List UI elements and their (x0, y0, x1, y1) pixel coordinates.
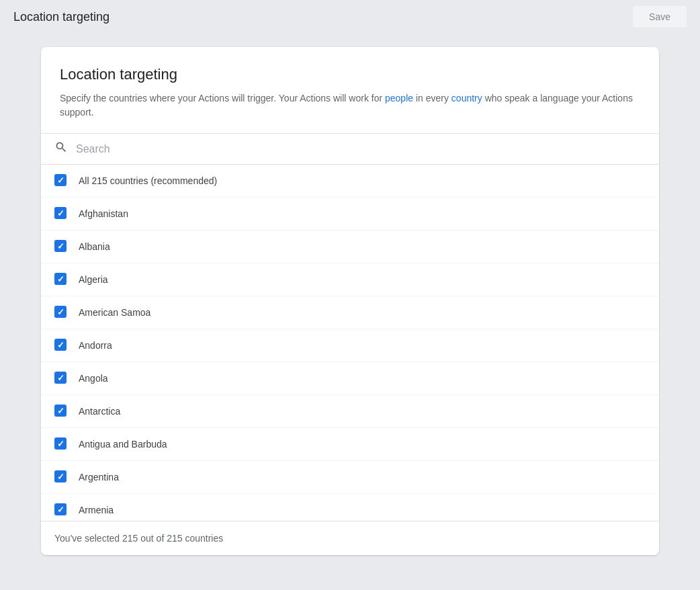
country-name: Afghanistan (79, 208, 128, 219)
checkbox[interactable]: ✓ (54, 470, 67, 482)
card-header: Location targeting Specify the countries… (41, 47, 659, 133)
country-name: Algeria (79, 274, 108, 285)
main-content: Location targeting Specify the countries… (21, 47, 679, 555)
checkbox-wrapper: ✓ (54, 240, 68, 253)
checkbox-wrapper: ✓ (54, 339, 68, 352)
checkbox[interactable]: ✓ (54, 273, 67, 285)
search-icon (54, 140, 68, 157)
footer-selected-text: You've selected 215 out of 215 countries (54, 533, 223, 544)
country-name: Andorra (79, 340, 112, 351)
checkbox[interactable]: ✓ (54, 437, 67, 450)
countries-list: ✓All 215 countries (recommended)✓Afghani… (41, 165, 659, 521)
checkbox[interactable]: ✓ (54, 306, 67, 318)
checkbox-wrapper: ✓ (54, 503, 68, 517)
country-name: Armenia (79, 505, 114, 515)
country-name: All 215 countries (recommended) (79, 175, 217, 186)
save-button[interactable]: Save (633, 6, 687, 28)
list-item[interactable]: ✓Albania (41, 230, 659, 263)
checkbox-wrapper: ✓ (54, 437, 68, 451)
list-item[interactable]: ✓American Samoa (41, 296, 659, 329)
country-link[interactable]: country (451, 93, 482, 103)
list-item[interactable]: ✓Angola (41, 362, 659, 395)
top-bar: Location targeting Save (0, 0, 700, 34)
people-link[interactable]: people (385, 93, 413, 103)
list-item[interactable]: ✓Antarctica (41, 395, 659, 428)
checkbox-wrapper: ✓ (54, 372, 68, 385)
country-name: Antigua and Barbuda (79, 439, 167, 450)
checkbox-wrapper: ✓ (54, 306, 68, 319)
checkbox[interactable]: ✓ (54, 503, 67, 515)
checkbox[interactable]: ✓ (54, 339, 67, 351)
page-title: Location targeting (13, 10, 110, 24)
country-name: Antarctica (79, 406, 120, 417)
checkbox-wrapper: ✓ (54, 174, 68, 187)
checkbox[interactable]: ✓ (54, 405, 67, 417)
country-name: Albania (79, 241, 110, 252)
list-item[interactable]: ✓Andorra (41, 329, 659, 362)
card-title: Location targeting (60, 66, 640, 83)
country-name: Angola (79, 373, 108, 384)
list-item[interactable]: ✓Argentina (41, 461, 659, 494)
list-item[interactable]: ✓Algeria (41, 263, 659, 296)
checkbox-wrapper: ✓ (54, 207, 68, 220)
card-description: Specify the countries where your Actions… (60, 91, 640, 120)
list-item[interactable]: ✓All 215 countries (recommended) (41, 165, 659, 198)
checkbox[interactable]: ✓ (54, 372, 67, 384)
search-input[interactable] (76, 143, 646, 155)
search-container (41, 134, 659, 165)
list-item[interactable]: ✓Afghanistan (41, 198, 659, 230)
country-name: American Samoa (79, 307, 150, 318)
checkbox-wrapper: ✓ (54, 405, 68, 418)
checkbox[interactable]: ✓ (54, 240, 67, 252)
checkbox-wrapper: ✓ (54, 273, 68, 286)
location-targeting-card: Location targeting Specify the countries… (41, 47, 659, 555)
checkbox-wrapper: ✓ (54, 470, 68, 484)
list-item[interactable]: ✓Antigua and Barbuda (41, 428, 659, 461)
country-name: Argentina (79, 472, 119, 482)
checkbox[interactable]: ✓ (54, 174, 67, 186)
card-footer: You've selected 215 out of 215 countries (41, 521, 659, 555)
checkbox[interactable]: ✓ (54, 207, 67, 219)
list-item[interactable]: ✓Armenia (41, 494, 659, 521)
